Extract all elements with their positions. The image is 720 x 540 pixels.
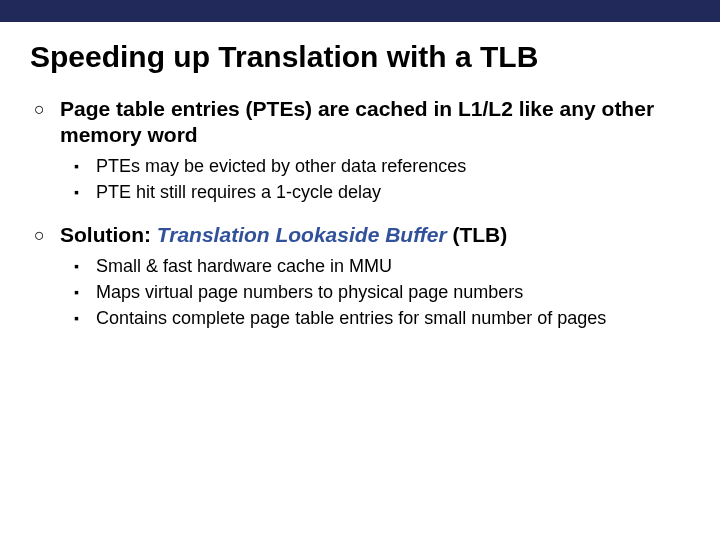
sublist-2: ▪ Small & fast hardware cache in MMU ▪ M…	[30, 254, 690, 330]
bullet-2-emph: Translation Lookaside Buffer	[157, 223, 447, 246]
bullet-list-2: ○ Solution: Translation Lookaside Buffer…	[30, 222, 690, 248]
bullet-2-suffix: (TLB)	[447, 223, 508, 246]
sub-2-1-text: Small & fast hardware cache in MMU	[96, 254, 392, 278]
bullet-2: ○ Solution: Translation Lookaside Buffer…	[34, 222, 690, 248]
bullet-1: ○ Page table entries (PTEs) are cached i…	[34, 96, 690, 148]
sub-1-2-text: PTE hit still requires a 1-cycle delay	[96, 180, 381, 204]
circle-bullet-icon: ○	[34, 96, 60, 148]
sub-1-2: ▪ PTE hit still requires a 1-cycle delay	[74, 180, 690, 204]
sublist-1: ▪ PTEs may be evicted by other data refe…	[30, 154, 690, 204]
slide-title: Speeding up Translation with a TLB	[30, 40, 690, 74]
square-bullet-icon: ▪	[74, 180, 96, 204]
sub-2-3-text: Contains complete page table entries for…	[96, 306, 606, 330]
square-bullet-icon: ▪	[74, 154, 96, 178]
bullet-2-text: Solution: Translation Lookaside Buffer (…	[60, 222, 507, 248]
square-bullet-icon: ▪	[74, 280, 96, 304]
sub-2-2-text: Maps virtual page numbers to physical pa…	[96, 280, 523, 304]
sub-2-1: ▪ Small & fast hardware cache in MMU	[74, 254, 690, 278]
slide-body: Speeding up Translation with a TLB ○ Pag…	[0, 22, 720, 330]
square-bullet-icon: ▪	[74, 254, 96, 278]
square-bullet-icon: ▪	[74, 306, 96, 330]
circle-bullet-icon: ○	[34, 222, 60, 248]
sub-2-3: ▪ Contains complete page table entries f…	[74, 306, 690, 330]
sub-2-2: ▪ Maps virtual page numbers to physical …	[74, 280, 690, 304]
header-bar	[0, 0, 720, 22]
bullet-list: ○ Page table entries (PTEs) are cached i…	[30, 96, 690, 148]
bullet-1-text: Page table entries (PTEs) are cached in …	[60, 96, 690, 148]
sub-1-1: ▪ PTEs may be evicted by other data refe…	[74, 154, 690, 178]
bullet-2-prefix: Solution:	[60, 223, 157, 246]
sub-1-1-text: PTEs may be evicted by other data refere…	[96, 154, 466, 178]
